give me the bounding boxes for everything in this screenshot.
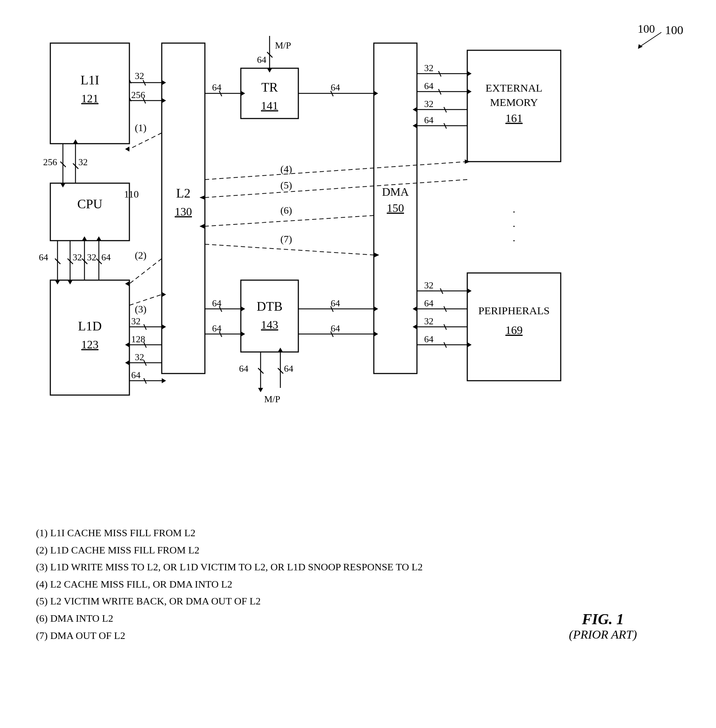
periph-label: PERIPHERALS [478,304,549,316]
svg-rect-7 [241,280,298,352]
tr-label: TR [261,80,278,94]
svg-marker-72 [162,378,166,383]
dots3: · [513,235,516,247]
bus-64-dma-periph2: 64 [424,334,434,344]
fig-title: FIG. 1 [569,611,637,628]
svg-marker-87 [258,388,263,392]
l1i-label: L1I [80,73,99,87]
bus-64-mp-top: 64 [257,54,266,65]
dma-label: DMA [382,185,409,198]
bus-32-l2-l1d2: 32 [135,352,144,362]
dtb-ref: 143 [261,318,278,331]
arrow-4-label: (4) [281,163,292,174]
diagram: L1I 121 L2 130 TR 141 DMA 150 EXTERNAL M… [29,21,690,517]
bus-64-periph-dma1: 64 [424,298,434,309]
legend-item-3: (3) L1D WRITE MISS TO L2, OR L1D VICTIM … [36,558,423,576]
legend-item-6: (6) DMA INTO L2 [36,610,423,627]
legend-item-4: (4) L2 CACHE MISS FILL, OR DMA INTO L2 [36,576,423,593]
mp-bot-label: M/P [264,394,281,404]
bus-32-l1i-l2-top: 32 [135,71,144,81]
periph-ref: 169 [505,324,523,336]
svg-line-17 [129,133,162,149]
svg-rect-6 [50,280,129,395]
bus-64-cpu-l1d-1: 64 [39,252,48,263]
dma-ref: 150 [387,201,404,214]
svg-rect-5 [50,183,129,241]
bus-128-l2-l1d: 128 [131,334,145,344]
bus-64-dtb-mp-bot-left: 64 [239,363,248,374]
bus-64-dtb-dma-2: 64 [331,323,340,334]
dtb-label: DTB [256,299,282,313]
svg-line-112 [640,32,661,47]
l2-label: L2 [176,186,191,200]
l1i-ref: 121 [81,92,99,105]
tr-ref: 141 [261,99,278,112]
l1d-label: L1D [78,319,102,333]
arrow-3-label: (3) [135,303,147,315]
bus-64-l2-tr: 64 [212,82,221,93]
ext-mem-label1: EXTERNAL [485,82,542,94]
svg-line-106 [205,180,467,198]
cpu-ref: 110 [124,189,139,200]
bus-32-dma-periph1: 32 [424,280,434,291]
bus-32-cpu-l1i: 32 [78,157,88,167]
svg-line-108 [205,215,374,226]
figure-label: FIG. 1 (PRIOR ART) [569,611,637,642]
legend-item-7: (7) DMA OUT OF L2 [36,627,423,644]
l1d-ref: 123 [81,338,99,351]
svg-marker-18 [125,147,129,151]
bus-64-extmem-dma: 64 [424,115,434,126]
bus-32-l1d-l2: 32 [131,316,141,327]
legend-item-2: (2) L1D CACHE MISS FILL FROM L2 [36,542,423,559]
bus-256-l1i-cpu: 256 [43,157,57,167]
svg-line-110 [205,244,374,255]
arrow-6-label: (6) [281,205,292,216]
bus-32-l1d-cpu: 32 [87,252,96,263]
bus-64-l1d-l2-bot: 64 [131,370,141,380]
bus-64-dtb-dma: 64 [331,298,340,309]
bus-32-periph-dma2: 32 [424,316,434,327]
svg-line-58 [129,259,162,284]
ext-mem-ref: 161 [505,112,523,125]
legend-item-5: (5) L2 VICTIM WRITE BACK, OR DMA OUT OF … [36,593,423,610]
bus-32-cpu-l1d-1: 32 [73,252,82,263]
ext-mem-label2: MEMORY [490,96,538,108]
mp-top-label: M/P [275,40,291,51]
svg-line-104 [205,162,467,180]
arrow-2-label: (2) [135,250,147,261]
l2-ref: 130 [175,205,192,218]
bus-64-dtb-mp-bot-right: 64 [284,363,293,374]
arrow-1-label: (1) [135,122,147,133]
fig-subtitle: (PRIOR ART) [569,628,637,642]
arrow-7-label: (7) [281,233,292,245]
dots: · [513,206,516,218]
bus-64-dma-extmem1: 64 [424,81,434,91]
dots2: · [513,220,516,232]
cpu-label: CPU [77,197,102,211]
bus-64-tr-dma: 64 [331,82,340,93]
bus-32-extmem-dma: 32 [424,99,434,109]
ref-100: 100 [665,23,683,36]
bus-32-dma-extmem1: 32 [424,63,434,73]
legend-item-1: (1) L1I CACHE MISS FILL FROM L2 [36,524,423,542]
arrow-5-label: (5) [281,180,292,191]
bus-64-l1d-cpu: 64 [102,252,111,263]
legend: (1) L1I CACHE MISS FILL FROM L2 (2) L1D … [36,524,423,644]
